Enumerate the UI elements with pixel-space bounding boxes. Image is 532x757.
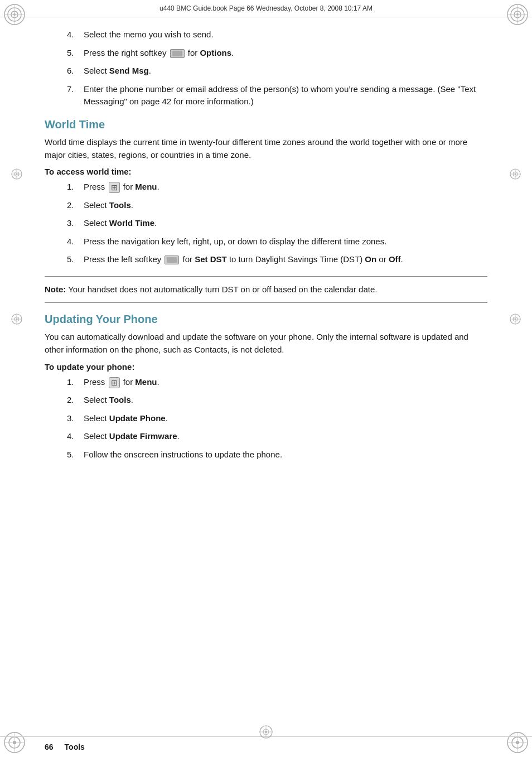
up-step-1-text: Press for Menu.	[84, 376, 159, 389]
up-step-1-num: 1.	[67, 376, 84, 389]
footer-page-num: 66	[45, 742, 54, 751]
wt-step-1-bold: Menu	[135, 182, 157, 191]
world-time-heading: World Time	[45, 118, 487, 131]
up-step-4-bold: Update Firmware	[109, 431, 177, 441]
wt-step-1-num: 1.	[67, 181, 84, 194]
wt-step-3-bold: World Time	[109, 218, 154, 228]
up-step-2-num: 2.	[67, 394, 84, 407]
wt-step-5-bold3: Off	[389, 254, 401, 264]
up-step-4-text: Select Update Firmware.	[84, 430, 180, 443]
page-header: u440 BMC Guide.book Page 66 Wednesday, O…	[0, 0, 532, 17]
wt-step-3-num: 3.	[67, 217, 84, 230]
note-text: Your handset does not automatically turn…	[66, 285, 377, 294]
up-step-4: 4. Select Update Firmware.	[67, 430, 487, 443]
right-side-mark-1	[509, 167, 522, 182]
step-7-num: 7.	[67, 83, 84, 96]
wt-step-5: 5. Press the left softkey for Set DST to…	[67, 253, 487, 266]
note-label: Note:	[45, 285, 66, 294]
up-step-5-num: 5.	[67, 449, 84, 461]
wt-step-5-bold2: On	[365, 254, 376, 264]
up-step-5-text: Follow the onscreen instructions to upda…	[84, 449, 282, 461]
wt-step-3-text: Select World Time.	[84, 217, 157, 230]
softkey-icon-wt5	[165, 255, 179, 264]
wt-step-1-text: Press for Menu.	[84, 181, 159, 194]
menu-key-icon-wt1	[109, 182, 120, 193]
wt-step-4-text: Press the navigation key left, right, up…	[84, 235, 386, 248]
up-step-4-num: 4.	[67, 430, 84, 443]
intro-steps-list: 4. Select the memo you wish to send. 5. …	[45, 28, 487, 108]
left-side-mark-1	[10, 167, 23, 182]
step-5: 5. Press the right softkey for Options.	[67, 47, 487, 60]
left-side-mark-2	[10, 312, 23, 327]
bottom-center-mark	[258, 724, 274, 741]
world-time-steps: 1. Press for Menu. 2. Select Tools. 3.	[45, 181, 487, 266]
up-step-1: 1. Press for Menu.	[67, 376, 487, 389]
up-step-2: 2. Select Tools.	[67, 394, 487, 407]
up-step-3-text: Select Update Phone.	[84, 412, 168, 425]
updating-phone-heading: Updating Your Phone	[45, 313, 487, 326]
step-6-num: 6.	[67, 65, 84, 78]
wt-step-2-num: 2.	[67, 199, 84, 212]
step-4-num: 4.	[67, 28, 84, 41]
world-time-section: World Time World time displays the curre…	[45, 118, 487, 303]
world-time-note: Note: Your handset does not automaticall…	[45, 276, 487, 303]
main-content: 4. Select the memo you wish to send. 5. …	[0, 17, 532, 489]
wt-step-2: 2. Select Tools.	[67, 199, 487, 212]
wt-step-5-text: Press the left softkey for Set DST to tu…	[84, 253, 403, 266]
step-5-num: 5.	[67, 47, 84, 60]
wt-step-1: 1. Press for Menu.	[67, 181, 487, 194]
updating-phone-description: You can automatically download and updat…	[45, 330, 487, 356]
wt-step-4-num: 4.	[67, 235, 84, 248]
step-6: 6. Select Send Msg.	[67, 65, 487, 78]
wt-step-2-text: Select Tools.	[84, 199, 133, 212]
up-step-1-bold: Menu	[135, 377, 157, 387]
footer-section: Tools	[65, 742, 85, 751]
up-step-3-num: 3.	[67, 412, 84, 425]
wt-step-2-bold: Tools	[109, 200, 131, 210]
up-step-2-text: Select Tools.	[84, 394, 133, 407]
wt-step-4: 4. Press the navigation key left, right,…	[67, 235, 487, 248]
softkey-icon-step5	[170, 49, 185, 58]
step-4: 4. Select the memo you wish to send.	[67, 28, 487, 41]
step-6-bold: Send Msg	[109, 66, 149, 75]
wt-step-3: 3. Select World Time.	[67, 217, 487, 230]
update-steps-list: 1. Press for Menu. 2. Select Tools. 3.	[45, 376, 487, 461]
update-steps-heading: To update your phone:	[45, 362, 487, 372]
right-side-mark-2	[509, 312, 522, 327]
world-time-description: World time displays the current time in …	[45, 136, 487, 162]
up-step-5: 5. Follow the onscreen instructions to u…	[67, 449, 487, 461]
menu-key-icon-up1	[109, 377, 120, 388]
step-7: 7. Enter the phone number or email addre…	[67, 83, 487, 108]
updating-phone-section: Updating Your Phone You can automaticall…	[45, 313, 487, 461]
wt-step-5-num: 5.	[67, 253, 84, 266]
page-container: u440 BMC Guide.book Page 66 Wednesday, O…	[0, 0, 532, 757]
wt-step-5-bold1: Set DST	[195, 254, 227, 264]
step-7-text: Enter the phone number or email address …	[84, 83, 487, 108]
header-text: u440 BMC Guide.book Page 66 Wednesday, O…	[159, 4, 373, 12]
step-4-text: Select the memo you wish to send.	[84, 28, 214, 41]
step-5-bold: Options	[200, 48, 231, 57]
step-6-text: Select Send Msg.	[84, 65, 151, 78]
up-step-3: 3. Select Update Phone.	[67, 412, 487, 425]
up-step-2-bold: Tools	[109, 395, 131, 404]
world-time-access-heading: To access world time:	[45, 167, 487, 176]
up-step-3-bold: Update Phone	[109, 413, 166, 423]
step-5-text: Press the right softkey for Options.	[84, 47, 234, 60]
